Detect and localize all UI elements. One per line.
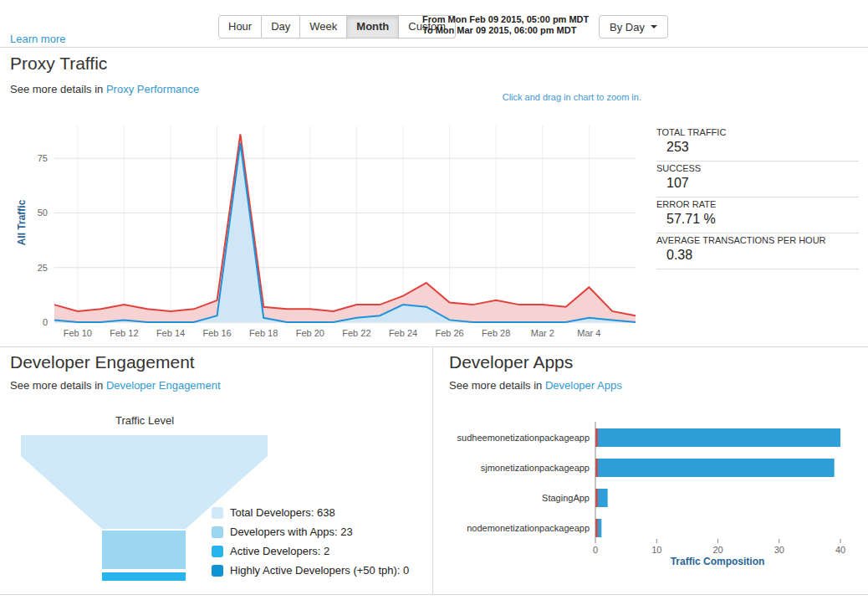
stat-total-traffic: TOTAL TRAFFIC 253 <box>656 126 859 162</box>
stat-success: SUCCESS 107 <box>656 162 859 197</box>
proxy-traffic-title: Proxy Traffic <box>10 54 107 74</box>
bar-segment[interactable] <box>598 489 608 507</box>
developer-apps-subtitle: See more details in Developer Apps <box>449 379 622 392</box>
bar-category-label: sjmonetizationpackageapp <box>481 463 590 473</box>
y-tick-label: 50 <box>38 208 48 218</box>
granularity-dropdown[interactable]: By Day <box>599 15 668 38</box>
column-divider <box>432 347 433 594</box>
x-tick-label: Feb 24 <box>389 328 417 338</box>
section-divider <box>0 346 868 347</box>
developer-apps-link[interactable]: Developer Apps <box>545 379 622 392</box>
range-button-day[interactable]: Day <box>262 15 300 38</box>
x-tick-label: 40 <box>835 545 845 555</box>
bar-segment[interactable] <box>598 519 601 537</box>
stat-value: 107 <box>656 176 859 191</box>
bar-category-label: StagingApp <box>542 493 590 503</box>
x-tick-label: Feb 10 <box>64 328 92 338</box>
legend-swatch <box>212 526 223 538</box>
date-range: From Mon Feb 09 2015, 05:00 pm MDT To Mo… <box>422 14 589 36</box>
bottom-divider <box>0 594 868 595</box>
x-tick-label: Feb 20 <box>296 328 324 338</box>
bar-segment[interactable] <box>598 459 835 477</box>
zoom-hint: Click and drag in chart to zoom in. <box>503 92 641 102</box>
x-tick-label: Mar 2 <box>531 328 554 338</box>
x-tick-label: 10 <box>651 545 661 555</box>
x-tick-label: Feb 28 <box>482 328 510 338</box>
developer-engagement-subtitle: See more details in Developer Engagement <box>10 379 221 392</box>
x-tick-label: 0 <box>593 545 598 555</box>
y-axis-label: All Traffic <box>16 199 28 245</box>
granularity-label: By Day <box>610 21 645 33</box>
traffic-area <box>54 143 636 322</box>
bar-segment[interactable] <box>598 428 840 447</box>
stat-value: 57.71 % <box>656 212 859 227</box>
analytics-dashboard: Learn more Hour Day Week Month Custom Fr… <box>0 0 868 600</box>
y-tick-label: 75 <box>38 153 48 163</box>
subtitle-text: See more details in <box>10 379 106 392</box>
traffic-line <box>54 143 636 322</box>
stat-value: 0.38 <box>656 248 859 263</box>
legend-swatch <box>212 546 223 557</box>
proxy-traffic-chart[interactable]: All Traffic Feb 10Feb 12Feb 14Feb 16Feb … <box>0 115 648 343</box>
funnel-title: Traffic Level <box>115 414 174 427</box>
x-tick-label: Feb 14 <box>156 328 185 338</box>
developer-apps-title: Developer Apps <box>449 352 573 372</box>
funnel-stage-developers-with-apps[interactable] <box>102 531 186 569</box>
legend-label: Developers with Apps: 23 <box>230 526 353 538</box>
bar-category-label: sudheemonetizationpackageapp <box>457 433 590 443</box>
legend-item-active-developers: Active Developers: 2 <box>212 541 409 561</box>
stat-avg-tph: AVERAGE TRANSACTIONS PER HOUR 0.38 <box>656 233 859 269</box>
x-tick-label: Feb 12 <box>110 328 138 338</box>
developer-engagement-link[interactable]: Developer Engagement <box>106 379 221 392</box>
stat-label: ERROR RATE <box>656 199 859 209</box>
caret-down-icon <box>651 25 657 28</box>
traffic-line <box>54 134 636 315</box>
stat-error-rate: ERROR RATE 57.71 % <box>656 197 859 233</box>
developer-engagement-title: Developer Engagement <box>10 352 195 372</box>
x-tick-label: Feb 22 <box>342 328 370 338</box>
funnel-stage-active-developers[interactable] <box>102 572 186 581</box>
range-button-month[interactable]: Month <box>347 15 399 38</box>
time-range-button-group: Hour Day Week Month Custom <box>218 15 456 38</box>
legend-label: Active Developers: 2 <box>230 545 329 557</box>
learn-more-link[interactable]: Learn more <box>10 33 65 45</box>
range-button-hour[interactable]: Hour <box>218 15 262 38</box>
legend-swatch <box>212 507 223 519</box>
bar-x-axis-title: Traffic Composition <box>671 556 765 567</box>
legend-item-developers-with-apps: Developers with Apps: 23 <box>212 522 409 541</box>
legend-item-highly-active-developers: Highly Active Developers (+50 tph): 0 <box>212 561 409 580</box>
stat-value: 253 <box>656 140 859 155</box>
legend-item-total-developers: Total Developers: 638 <box>212 503 409 522</box>
legend-label: Total Developers: 638 <box>230 506 335 519</box>
funnel-legend: Total Developers: 638 Developers with Ap… <box>212 503 409 580</box>
stat-label: AVERAGE TRANSACTIONS PER HOUR <box>656 235 859 245</box>
stat-label: TOTAL TRAFFIC <box>656 127 859 137</box>
header-divider <box>0 47 868 48</box>
legend-label: Highly Active Developers (+50 tph): 0 <box>230 564 409 577</box>
stat-label: SUCCESS <box>656 163 859 173</box>
date-from-label: From Mon Feb 09 2015, 05:00 pm MDT <box>422 14 589 25</box>
subtitle-text: See more details in <box>449 379 545 392</box>
x-tick-label: Mar 4 <box>577 328 600 338</box>
x-tick-label: Feb 26 <box>435 328 463 338</box>
bar-category-label: nodemonetizationpackageapp <box>467 523 590 533</box>
developer-apps-bar-chart[interactable]: Traffic Composition sudheemonetizationpa… <box>441 417 863 576</box>
x-tick-label: Feb 16 <box>202 328 231 338</box>
y-tick-label: 25 <box>38 263 48 273</box>
x-tick-label: 30 <box>774 545 784 555</box>
x-tick-label: 20 <box>712 545 722 555</box>
proxy-performance-link[interactable]: Proxy Performance <box>106 83 199 95</box>
subtitle-text: See more details in <box>10 83 106 95</box>
x-tick-label: Feb 18 <box>249 328 278 338</box>
y-tick-label: 0 <box>43 317 48 327</box>
legend-swatch <box>212 565 223 577</box>
range-button-week[interactable]: Week <box>300 15 347 38</box>
proxy-traffic-subtitle: See more details in Proxy Performance <box>10 83 199 95</box>
traffic-stats-panel: TOTAL TRAFFIC 253 SUCCESS 107 ERROR RATE… <box>656 126 859 269</box>
traffic-area <box>54 134 636 322</box>
date-to-label: To Mon Mar 09 2015, 06:00 pm MDT <box>422 25 589 36</box>
